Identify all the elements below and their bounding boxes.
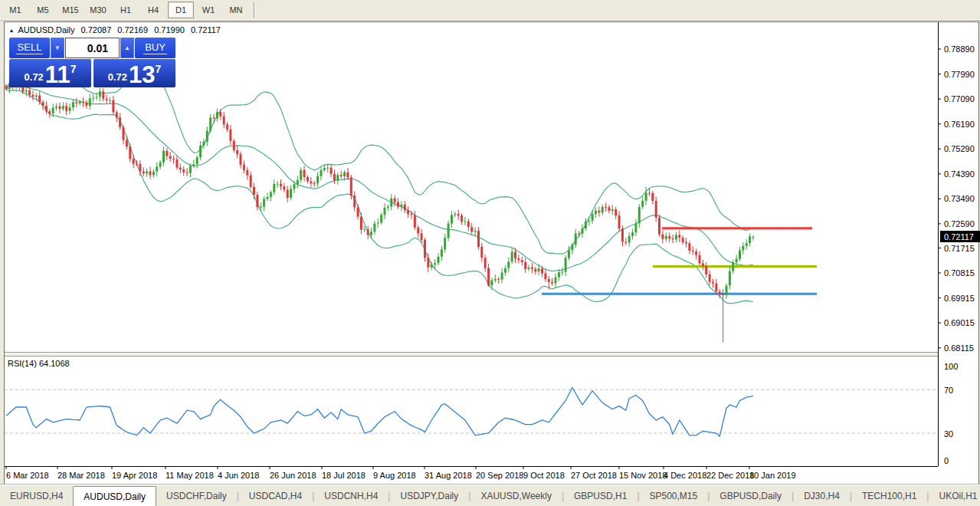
candle-body [598,211,600,213]
candle-body [99,91,101,97]
price-axis-label: 0.69015 [944,318,975,327]
chart-tab-USDJPY-Daily[interactable]: USDJPY,Daily [390,485,468,506]
candle-body [186,172,188,173]
candle-body [290,189,292,198]
candle-body [668,236,670,238]
candle-body [531,268,533,269]
candle-body [216,112,218,118]
chart-tab-USDCAD-H4[interactable]: USDCAD,H4 [239,485,312,506]
candle-body [582,228,584,234]
sell-price-button[interactable]: 0.72 11 7 [9,59,91,87]
candle-body [156,166,158,171]
rsi-axis-label-70: 70 [944,386,953,395]
candle-body [608,207,611,211]
candle-body [628,236,631,243]
candle-body [511,251,513,261]
candle-body [133,159,135,163]
candle-body [55,107,57,108]
buy-price-big: 13 [129,65,155,85]
candle-body [490,281,493,286]
candle-body [367,229,369,235]
chart-tab-SP500-M15[interactable]: SP500,M15 [640,485,708,506]
candle-body [65,106,67,111]
candle-body [544,274,546,280]
candle-body [330,168,333,174]
candle-body [394,199,396,202]
candle-body [310,182,312,184]
candle-body [648,193,651,194]
candle-body [373,224,375,232]
price-axis-label: 0.73490 [944,194,975,203]
candle-body [346,172,349,178]
chart-tab-GBPUSD-H1[interactable]: GBPUSD,H1 [564,485,637,506]
candle-body [474,231,477,232]
candle-body [578,234,580,235]
candle-body [454,214,456,215]
candle-body [179,168,182,169]
candle-body [297,180,299,185]
candle-body [685,242,687,243]
buy-button-label: BUY [143,41,167,54]
candle-body [568,251,570,258]
candle-body [79,102,81,104]
candle-body [42,102,44,106]
candle-body [82,102,84,103]
candle-body [461,215,463,222]
candle-body [370,232,372,235]
time-axis-label: 10 Jan 2019 [749,471,796,480]
volume-input[interactable]: 0.01 [65,38,120,58]
sell-price-pip: 7 [70,64,77,74]
price-axis-label: 0.72590 [944,219,975,228]
candle-body [661,235,664,239]
chart-tab-UKOil-H1[interactable]: UKOil,H1 [929,485,980,506]
candle-body [588,221,590,222]
candle-body [343,172,346,176]
one-click-trading-panel: SELL ▼ 0.01 ▲ BUY 0.72 11 7 0.72 13 7 [9,38,175,87]
chart-tab-EURUSD-H4[interactable]: EURUSD,H4 [0,485,73,506]
candle-body [457,214,460,215]
volume-increase-button[interactable]: ▲ [120,38,134,58]
candle-body [139,164,141,172]
candle-body [106,99,108,100]
chart-tab-XAUUSD-Weekly[interactable]: XAUUSD,Weekly [470,485,561,506]
candle-body [143,172,145,174]
candle-body [149,172,152,176]
candle-body [504,268,506,273]
chart-tab-GBPUSD-Daily[interactable]: GBPUSD,Daily [710,485,792,506]
candle-body [45,106,48,111]
chart-tab-TECH100-H1[interactable]: TECH100,H1 [852,485,926,506]
candle-body [424,240,426,258]
candle-body [555,278,557,284]
candle-body [561,272,563,273]
candle-body [438,257,440,263]
quote-close: 0.72117 [191,25,221,34]
buy-button[interactable]: BUY [135,38,175,58]
candle-body [524,262,526,269]
candle-body [240,154,242,165]
candle-body [658,218,660,235]
candle-body [96,97,98,97]
candle-body [605,207,607,208]
chart-tab-DJ30-H4[interactable]: DJ30,H4 [794,485,850,506]
candle-body [293,184,296,189]
candle-body [109,100,111,101]
candle-body [672,238,674,239]
candle-body [528,268,530,269]
sell-button[interactable]: SELL [9,38,50,58]
current-price-value: 0.72117 [944,232,974,242]
chart-tab-USDCNH-H4[interactable]: USDCNH,H4 [314,485,388,506]
chart-tab-USDCHF-Daily[interactable]: USDCHF,Daily [156,485,237,506]
time-axis-label: 15 Nov 2018 [619,471,667,480]
candle-body [507,261,510,268]
candle-body [447,224,450,238]
volume-decrease-button[interactable]: ▼ [51,38,64,58]
buy-price-button[interactable]: 0.72 13 7 [93,59,175,87]
buy-price-pip: 7 [156,64,162,74]
quote-high: 0.72169 [117,25,148,34]
candle-body [411,214,413,215]
time-axis-label: 31 Aug 2018 [424,471,472,480]
candle-body [263,199,265,206]
candle-body [615,209,617,215]
chart-tab-AUDUSD-Daily[interactable]: AUDUSD,Daily [73,486,156,506]
price-axis-label: 0.78890 [944,44,975,54]
